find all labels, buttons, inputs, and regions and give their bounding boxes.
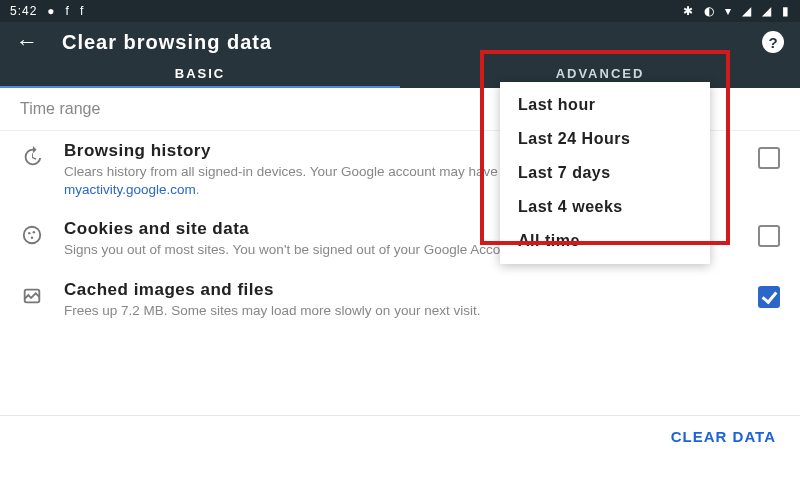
vol-icon: ▾ [725, 4, 732, 18]
opt-all-time[interactable]: All time [500, 224, 710, 258]
bluetooth-icon: ✱ [683, 4, 694, 18]
history-icon [20, 145, 44, 169]
opt-last-4w[interactable]: Last 4 weeks [500, 190, 710, 224]
item-cache[interactable]: Cached images and files Frees up 7.2 MB.… [0, 270, 800, 330]
svg-point-3 [31, 237, 33, 239]
status-bar: 5:42 ● f f ✱ ◐ ▾ ◢ ◢ ▮ [0, 0, 800, 22]
tab-basic[interactable]: BASIC [0, 62, 400, 88]
opt-last-24h[interactable]: Last 24 Hours [500, 122, 710, 156]
status-fb1-icon: f [66, 4, 70, 18]
back-button[interactable]: ← [16, 29, 38, 55]
footer-bar: CLEAR DATA [0, 415, 800, 458]
time-range-label: Time range [20, 100, 100, 117]
svg-point-0 [24, 227, 41, 244]
svg-point-1 [28, 232, 30, 234]
svg-point-2 [33, 231, 35, 233]
page-title: Clear browsing data [62, 31, 762, 54]
status-fb2-icon: f [80, 4, 84, 18]
cache-title: Cached images and files [64, 280, 738, 300]
rotate-icon: ◐ [704, 4, 715, 18]
cookies-checkbox[interactable] [758, 225, 780, 247]
signal1-icon: ◢ [742, 4, 752, 18]
status-time: 5:42 [10, 4, 37, 18]
clear-data-button[interactable]: CLEAR DATA [671, 428, 776, 445]
cache-checkbox[interactable] [758, 286, 780, 308]
opt-last-hour[interactable]: Last hour [500, 88, 710, 122]
cache-icon [20, 284, 44, 308]
cookies-icon [20, 223, 44, 247]
battery-icon: ▮ [782, 4, 790, 18]
cache-desc: Frees up 7.2 MB. Some sites may load mor… [64, 302, 738, 320]
opt-last-7d[interactable]: Last 7 days [500, 156, 710, 190]
signal2-icon: ◢ [762, 4, 772, 18]
history-checkbox[interactable] [758, 147, 780, 169]
app-bar: ← Clear browsing data ? [0, 22, 800, 62]
status-notif-icon: ● [47, 4, 55, 18]
myactivity-link[interactable]: myactivity.google.com [64, 182, 196, 197]
time-range-dropdown: Last hour Last 24 Hours Last 7 days Last… [500, 82, 710, 264]
help-button[interactable]: ? [762, 31, 784, 53]
